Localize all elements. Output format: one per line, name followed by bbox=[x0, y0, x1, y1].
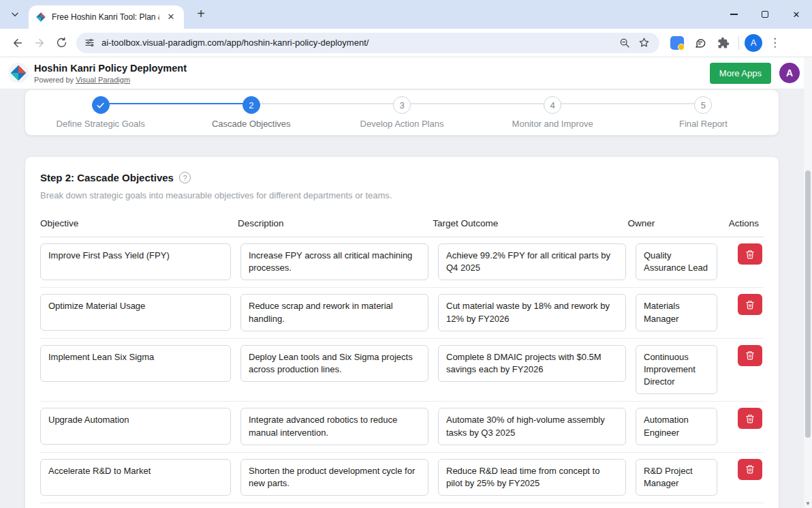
description-input[interactable]: Increase FPY across all critical machini… bbox=[240, 243, 428, 280]
step-1-circle bbox=[92, 96, 110, 114]
tab-search-button[interactable] bbox=[7, 6, 23, 23]
reload-button[interactable] bbox=[50, 32, 72, 54]
column-header-description: Description bbox=[238, 218, 423, 228]
target-outcome-input[interactable]: Reduce R&D lead time from concept to pil… bbox=[438, 459, 626, 496]
trash-icon bbox=[745, 414, 755, 423]
window-minimize-button[interactable] bbox=[718, 0, 749, 29]
page-title: Step 2: Cascade Objectives bbox=[40, 172, 174, 183]
maximize-icon bbox=[762, 11, 768, 18]
trash-icon bbox=[745, 300, 755, 310]
extension-blue-icon[interactable] bbox=[668, 33, 687, 53]
user-avatar[interactable]: A bbox=[779, 63, 800, 83]
app-logo-icon bbox=[8, 63, 29, 83]
tab-title: Free Hoshin Kanri Tool: Plan & bbox=[52, 12, 159, 22]
objective-input[interactable]: Implement Lean Six Sigma bbox=[40, 345, 231, 382]
page-scrollbar[interactable]: ▼ bbox=[804, 57, 812, 508]
browser-toolbar: ai-toolbox.visual-paradigm.com/app/hoshi… bbox=[0, 29, 812, 57]
app-header-titles: Hoshin Kanri Policy Deployment Powered b… bbox=[34, 63, 187, 84]
chat-icon[interactable] bbox=[691, 33, 710, 53]
window-close-button[interactable]: ✕ bbox=[781, 0, 812, 29]
table-row: Implement Lean Six Sigma Deploy Lean too… bbox=[40, 339, 764, 402]
extensions-puzzle-icon[interactable] bbox=[714, 33, 733, 53]
table-row: Improve First Pass Yield (FPY) Increase … bbox=[40, 237, 764, 288]
step-define-strategic-goals[interactable]: Define Strategic Goals bbox=[25, 92, 176, 129]
powered-by: Powered by Visual Paradigm bbox=[34, 76, 187, 84]
url-bar[interactable]: ai-toolbox.visual-paradigm.com/app/hoshi… bbox=[76, 33, 659, 53]
bookmark-star-icon[interactable] bbox=[636, 35, 651, 50]
trash-icon bbox=[745, 350, 755, 360]
description-input[interactable]: Deploy Lean tools and Six Sigma projects… bbox=[240, 345, 428, 382]
delete-row-button[interactable] bbox=[738, 459, 762, 480]
delete-row-button[interactable] bbox=[738, 294, 762, 315]
stepper: Define Strategic Goals 2 Cascade Objecti… bbox=[25, 92, 779, 129]
new-tab-button[interactable]: + bbox=[192, 5, 210, 23]
app-header: Hoshin Kanri Policy Deployment Powered b… bbox=[0, 57, 812, 89]
table-row: Upgrade Automation Integrate advanced ro… bbox=[40, 402, 764, 452]
browser-tab[interactable]: Free Hoshin Kanri Tool: Plan & ✕ bbox=[29, 5, 184, 29]
owner-input[interactable]: Automation Engineer bbox=[636, 408, 717, 445]
owner-input[interactable]: Materials Manager bbox=[636, 294, 717, 331]
delete-row-button[interactable] bbox=[738, 408, 762, 429]
owner-input[interactable]: Continuous Improvement Director bbox=[636, 345, 717, 395]
window-controls: ✕ bbox=[718, 0, 812, 29]
step-develop-action-plans[interactable]: 3 Develop Action Plans bbox=[326, 92, 477, 129]
forward-icon bbox=[33, 37, 46, 49]
stepper-card: Define Strategic Goals 2 Cascade Objecti… bbox=[25, 89, 779, 136]
minimize-icon bbox=[730, 14, 738, 14]
objectives-rows: Improve First Pass Yield (FPY) Increase … bbox=[40, 237, 764, 508]
column-header-owner: Owner bbox=[627, 218, 708, 228]
window-maximize-button[interactable] bbox=[749, 0, 781, 29]
column-header-target-outcome: Target Outcome bbox=[433, 218, 618, 228]
chevron-down-icon bbox=[10, 10, 20, 19]
help-icon[interactable]: ? bbox=[179, 172, 191, 183]
visual-paradigm-link[interactable]: Visual Paradigm bbox=[76, 76, 130, 84]
tab-close-icon[interactable]: ✕ bbox=[165, 11, 177, 23]
description-input[interactable]: Shorten the product development cycle fo… bbox=[240, 459, 428, 496]
column-header-objective: Objective bbox=[40, 218, 228, 228]
reload-icon bbox=[56, 37, 67, 48]
target-outcome-input[interactable]: Complete 8 DMAIC projects with $0.5M sav… bbox=[438, 345, 626, 382]
table-header-row: Objective Description Target Outcome Own… bbox=[40, 218, 764, 237]
step-cascade-objectives[interactable]: 2 Cascade Objectives bbox=[176, 92, 326, 129]
delete-row-button[interactable] bbox=[738, 243, 762, 265]
scrollbar-thumb[interactable] bbox=[805, 170, 811, 438]
app-title: Hoshin Kanri Policy Deployment bbox=[34, 63, 187, 74]
back-button[interactable] bbox=[7, 32, 29, 54]
forward-button[interactable] bbox=[29, 32, 50, 54]
browser-tab-strip: Free Hoshin Kanri Tool: Plan & ✕ + ✕ bbox=[0, 0, 812, 29]
close-icon: ✕ bbox=[793, 10, 800, 20]
page-content: Define Strategic Goals 2 Cascade Objecti… bbox=[0, 89, 804, 508]
back-icon bbox=[12, 37, 24, 49]
trash-icon bbox=[745, 464, 755, 474]
step-final-report[interactable]: 5 Final Report bbox=[628, 92, 779, 129]
objective-input[interactable]: Improve First Pass Yield (FPY) bbox=[40, 243, 231, 280]
target-outcome-input[interactable]: Cut material waste by 18% and rework by … bbox=[438, 294, 626, 331]
objective-input[interactable]: Accelerate R&D to Market bbox=[40, 459, 231, 496]
target-outcome-input[interactable]: Automate 30% of high-volume assembly tas… bbox=[438, 408, 626, 445]
table-row bbox=[40, 503, 764, 508]
delete-row-button[interactable] bbox=[738, 345, 762, 366]
browser-profile-avatar[interactable]: A bbox=[745, 34, 762, 52]
site-settings-icon[interactable] bbox=[84, 38, 95, 48]
check-icon bbox=[96, 101, 105, 110]
url-text[interactable]: ai-toolbox.visual-paradigm.com/app/hoshi… bbox=[102, 38, 613, 48]
zoom-icon[interactable] bbox=[617, 35, 632, 50]
objectives-card: Step 2: Cascade Objectives ? Break down … bbox=[25, 156, 779, 508]
owner-input[interactable]: R&D Project Manager bbox=[636, 459, 717, 496]
column-header-actions: Actions bbox=[729, 218, 764, 228]
scroll-down-arrow-icon[interactable]: ▼ bbox=[804, 500, 812, 507]
browser-menu-kebab-icon[interactable]: ⋮ bbox=[769, 35, 781, 50]
objective-input[interactable]: Optimize Material Usage bbox=[40, 294, 231, 331]
trash-icon bbox=[745, 250, 755, 259]
more-apps-button[interactable]: More Apps bbox=[710, 63, 771, 84]
objective-input[interactable]: Upgrade Automation bbox=[40, 408, 231, 445]
description-input[interactable]: Integrate advanced robotics to reduce ma… bbox=[240, 408, 428, 445]
owner-input[interactable]: Quality Assurance Lead bbox=[636, 243, 717, 280]
description-input[interactable]: Reduce scrap and rework in material hand… bbox=[240, 294, 428, 331]
toolbar-separator bbox=[738, 36, 739, 50]
step-monitor-and-improve[interactable]: 4 Monitor and Improve bbox=[478, 92, 628, 129]
table-row: Optimize Material Usage Reduce scrap and… bbox=[40, 288, 764, 338]
page-subtitle: Break down strategic goals into measurab… bbox=[40, 190, 764, 200]
table-row: Accelerate R&D to Market Shorten the pro… bbox=[40, 453, 764, 503]
target-outcome-input[interactable]: Achieve 99.2% FPY for all critical parts… bbox=[438, 243, 626, 280]
